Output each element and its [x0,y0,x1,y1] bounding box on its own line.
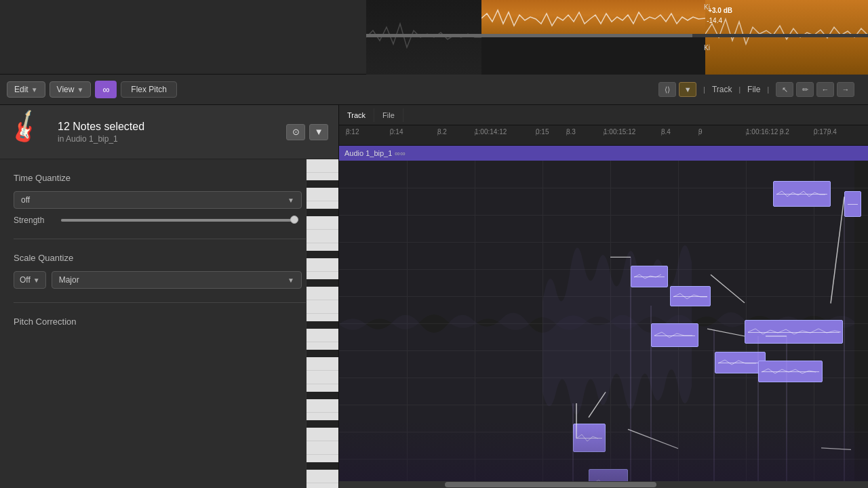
toolbar-separator: | [703,86,705,94]
bottom-fade [339,420,868,488]
toolbar-sep3: | [767,86,769,94]
ruler-tick-10014: 1:00:14:12 [475,125,507,136]
toolbar-sep2: | [738,86,741,94]
region-label: Audio 1_bip_1 [344,149,392,157]
scale-off-arrow: ▼ [33,277,40,284]
note-block-8[interactable] [758,361,823,382]
note-block-6[interactable] [745,320,843,344]
note-block-3[interactable] [631,266,668,287]
controls-panel: Time Quantize off ▼ Q Strength 100 Scale… [0,159,338,340]
edit-button[interactable]: Edit ▼ [7,81,45,98]
region-label-bar: Audio 1_bip_1 ∞∞ [339,146,868,161]
scale-quantize-row: Off ▼ Major ▼ Q [14,271,325,289]
funnel-button[interactable]: ▼ [679,82,696,97]
audio-name-label: in Audio 1_bip_1 [58,134,276,144]
ruler-tick-94: 9.4 [827,125,837,136]
track-button[interactable]: Track [712,85,732,94]
time-quantize-arrow: ▼ [288,197,294,204]
record-button[interactable]: ⊙ [286,124,305,140]
seek-progress [366,34,692,37]
ruler-tick-017: 0:17 [814,125,827,136]
time-quantize-value: off [21,195,30,205]
toolbar: Edit ▼ View ▼ ∞ Flex Pitch ⟨⟩ ▼ | Track … [0,75,868,105]
top-bar: +3.0 dB -14.4 Ki Ki [0,0,868,75]
db-label: +3.0 dB [708,7,732,14]
note-block-1[interactable] [773,181,831,207]
ruler-tick-812: 8:12 [346,125,359,136]
note-block-2[interactable] [844,191,861,217]
ruler-tick-014: 0:14 [390,125,403,136]
file-button[interactable]: File [747,85,760,94]
track-header-row: Track File [339,105,868,125]
region-loop-icon: ∞∞ [395,149,406,157]
notes-selected-label: 12 Notes selected [58,121,276,133]
note-pitch-line-2 [848,204,858,205]
strength-fill [61,219,298,222]
flex-pitch-icon-button[interactable]: ∞ [95,81,117,98]
piano-keys: // This will be rendered by the populate… [306,159,338,488]
track-tab[interactable]: Track [339,108,374,122]
db-value: -14.4 [707,17,722,24]
horizontal-scrollbar[interactable] [339,481,868,488]
section-divider-2 [14,302,325,303]
edit-label: Edit [14,85,28,94]
view-button[interactable]: View ▼ [50,81,92,98]
strength-thumb[interactable] [290,216,298,224]
arrow-tool-button[interactable]: ↖ [776,82,793,97]
ruler-tick-82: 8.2 [437,125,447,136]
ruler-tick-10016: 1:00:16:12 [746,125,778,136]
waveform-orange-top [481,0,705,37]
left-panel: 🎸 12 Notes selected in Audio 1_bip_1 ⊙ ▼… [0,105,339,488]
ruler-tick-9: 9 [698,125,703,136]
toolbar-right-controls: ⟨⟩ ▼ | Track | File | ↖ ✏ ← → [658,82,854,97]
instrument-info: 12 Notes selected in Audio 1_bip_1 [58,121,276,144]
ki-label-1: Ki [704,3,710,11]
piano-keys-visual [307,159,338,488]
time-quantize-dropdown[interactable]: off ▼ [14,191,302,209]
ruler-tick-015: 0:15 [536,125,549,136]
scale-type-arrow: ▼ [288,277,294,284]
nav-left-button[interactable]: ← [816,82,834,97]
piano-keys-container: // This will be rendered by the populate… [307,159,338,488]
ruler-tick-84: 8.4 [661,125,671,136]
view-dropdown-icon: ▼ [77,86,83,94]
instrument-header: 🎸 12 Notes selected in Audio 1_bip_1 ⊙ ▼ [0,105,338,159]
scale-quantize-label: Scale Quantize [14,253,325,263]
strength-row: Strength 100 [14,216,325,225]
pitch-correction-label: Pitch Correction [14,317,76,327]
timeline-ruler: 8:12 0:14 8.2 1:00:14:12 0:15 8.3 1:00:1… [339,125,868,146]
flex-pitch-label: Flex Pitch [121,81,177,98]
flex-icon: ∞ [102,84,109,95]
header-buttons: ⊙ ▼ [286,124,328,140]
time-quantize-label: Time Quantize [14,173,325,183]
strength-label: Strength [14,216,54,225]
pencil-tool-button[interactable]: ✏ [796,82,814,97]
strength-slider[interactable] [61,219,298,222]
down-button[interactable]: ▼ [309,124,328,140]
ruler-tick-92: 9.2 [780,125,789,136]
edit-dropdown-icon: ▼ [31,86,38,94]
scrollbar-thumb[interactable] [445,482,656,487]
scale-off-value: Off [20,275,31,285]
top-waveform-container: +3.0 dB -14.4 Ki Ki [366,0,868,75]
guitar-icon: 🎸 [5,108,46,148]
file-tab[interactable]: File [374,108,403,122]
seek-bar[interactable] [366,34,868,37]
instrument-icon: 🎸 [10,113,47,150]
view-label: View [57,85,75,94]
piano-roll[interactable] [339,161,868,488]
time-quantize-row: off ▼ Q [14,191,325,209]
main-content: Track File 8:12 0:14 8.2 1:00:14:12 0:15… [339,105,868,488]
pitch-correction-row: Pitch Correction 0 [14,317,325,327]
nav-right-button[interactable]: → [837,82,854,97]
main-area: 🎸 12 Notes selected in Audio 1_bip_1 ⊙ ▼… [0,105,868,488]
note-block-5[interactable] [651,323,698,347]
scale-off-dropdown[interactable]: Off ▼ [14,271,46,289]
section-divider-1 [14,239,325,239]
note-block-4[interactable] [670,286,711,306]
ruler-tick-83: 8.3 [566,125,576,136]
transport-back-button[interactable]: ⟨⟩ [658,82,676,97]
ruler-tick-10015: 1:00:15:12 [604,125,635,136]
scale-type-dropdown[interactable]: Major ▼ [52,271,302,289]
waveform-dark-left [366,0,481,75]
